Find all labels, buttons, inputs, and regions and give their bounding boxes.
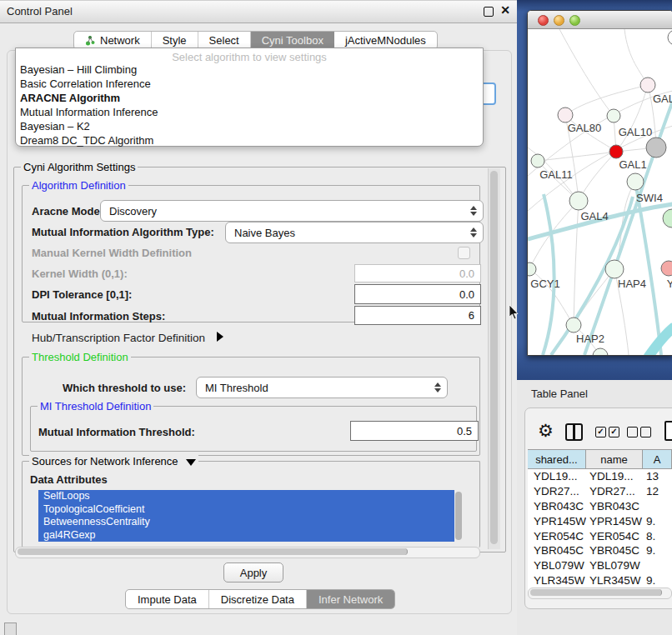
tab-label: Network (100, 34, 140, 47)
new-table-icon[interactable] (664, 421, 672, 441)
node-hap4[interactable] (605, 260, 624, 278)
close-traffic-light-icon[interactable] (538, 15, 549, 26)
tab-label: Select (209, 34, 239, 47)
tab-jactivemnodules[interactable]: jActiveMNodules (334, 32, 437, 49)
table-cell: 13 (643, 469, 672, 484)
zoom-traffic-light-icon[interactable] (569, 15, 580, 26)
select-all-checkbox-icon[interactable]: ✓ (609, 427, 619, 438)
deselect-all-checkbox-icon[interactable] (627, 427, 638, 438)
node-hap2[interactable] (566, 318, 581, 332)
tab-infer-network[interactable]: Infer Network (307, 590, 394, 608)
network-window[interactable]: GALGAL80GAL10GAL1GAL11SWI4GAL4GCY1HAP4YH… (527, 10, 672, 356)
node-label: SWI4 (636, 192, 663, 204)
tab-network[interactable]: Network (74, 32, 152, 49)
node-gal1[interactable] (609, 145, 623, 158)
table-row[interactable]: YLR345WYLR345W9. (528, 573, 672, 588)
column-header-shared[interactable]: shared... (528, 450, 586, 468)
manual-kernel-checkbox[interactable] (458, 247, 470, 259)
table-row[interactable]: YDR27...YDR27...12 (528, 484, 672, 499)
deselect-all-checkbox-icon[interactable] (640, 427, 651, 438)
table-cell (643, 499, 672, 514)
settings-hscrollbar[interactable] (15, 547, 480, 558)
aracne-mode-combo[interactable]: Discovery (100, 200, 484, 222)
network-graph[interactable]: GALGAL80GAL10GAL1GAL11SWI4GAL4GCY1HAP4YH… (528, 29, 672, 355)
table-cell: YDL19... (586, 469, 643, 484)
tab-select[interactable]: Select (198, 32, 251, 49)
aracne-mode-label: Aracne Mode: (32, 205, 103, 218)
node[interactable] (668, 30, 672, 45)
kernel-width-label: Kernel Width (0,1): (32, 268, 128, 280)
mi-steps-field[interactable]: 6 (354, 306, 481, 325)
table-cell (643, 558, 672, 573)
column-header-A[interactable]: A (643, 450, 672, 468)
table-row[interactable]: YBR043CYBR043C (528, 499, 672, 514)
algorithm-option[interactable]: Mutual Information Inference (20, 106, 158, 120)
mi-type-combo[interactable]: Naive Bayes (225, 222, 484, 243)
which-threshold-combo[interactable]: MI Threshold (196, 377, 448, 398)
table-row[interactable]: YDL19...YDL19...13 (528, 469, 672, 484)
node-gal10[interactable] (607, 109, 620, 122)
table-cell: YPR145W (528, 514, 586, 529)
table-cell: YLR345W (528, 573, 586, 588)
table-row[interactable]: YBL079WYBL079W (528, 558, 672, 573)
settings-scrollbar[interactable] (488, 168, 500, 549)
table-hscrollbar[interactable] (528, 588, 672, 599)
hub-definition-toggle[interactable]: Hub/Transcription Factor Definition (32, 332, 223, 344)
table-row[interactable]: YBR045CYBR045C9. (528, 543, 672, 558)
node-table: shared...nameAYDL19...YDL19...13YDR27...… (528, 449, 672, 592)
apply-button[interactable]: Apply (223, 562, 283, 582)
close-icon[interactable]: ✕ (500, 5, 510, 15)
data-attributes-label: Data Attributes (30, 473, 108, 486)
gear-icon[interactable]: ⚙ (538, 421, 554, 441)
node-gal[interactable] (640, 78, 655, 92)
collapse-arrow-icon (186, 459, 196, 466)
attributes-scrollbar[interactable] (455, 492, 462, 540)
algorithm-option[interactable]: Bayesian – K2 (20, 120, 90, 134)
tab-impute-data[interactable]: Impute Data (126, 590, 209, 608)
node-y[interactable] (661, 261, 672, 276)
node-label: GAL (653, 92, 672, 105)
sources-title[interactable]: Sources for Network Inference (29, 455, 198, 468)
dpi-tolerance-field[interactable]: 0.0 (354, 284, 481, 304)
algorithm-option[interactable]: Bayesian – Hill Climbing (20, 63, 137, 78)
tab-label: Cyni Toolbox (262, 34, 323, 47)
mi-steps-label: Mutual Information Steps: (32, 310, 165, 322)
mi-type-label: Mutual Information Algorithm Type: (32, 226, 214, 238)
network-window-titlebar[interactable] (528, 11, 672, 29)
attribute-item-selected[interactable]: SelfLoops (38, 490, 454, 503)
node-gal4[interactable] (569, 192, 588, 210)
column-header-name[interactable]: name (586, 450, 643, 468)
tab-style[interactable]: Style (152, 32, 198, 49)
threshold-definition-title: Threshold Definition (29, 351, 131, 363)
columns-icon[interactable] (565, 423, 583, 441)
table-cell: 12 (643, 484, 672, 499)
tab-label: Style (163, 34, 187, 47)
table-row[interactable]: YER054CYER054C8. (528, 529, 672, 544)
attribute-item-selected[interactable]: gal4RGexp (38, 529, 454, 542)
algorithm-option[interactable]: ARACNE Algorithm (20, 92, 120, 106)
table-row[interactable]: YPR145WYPR145W9. (528, 514, 672, 529)
minimize-traffic-light-icon[interactable] (554, 15, 564, 26)
node[interactable] (663, 209, 672, 228)
node[interactable] (593, 348, 608, 355)
mi-threshold-field[interactable]: 0.5 (350, 421, 479, 441)
float-window-icon[interactable] (484, 7, 494, 17)
algorithm-option[interactable]: Dream8 DC_TDC Algorithm (20, 134, 153, 148)
collapsed-panel-icon[interactable] (4, 622, 17, 635)
attribute-item-selected[interactable]: BetweennessCentrality (38, 516, 454, 529)
node-gcy1[interactable] (528, 262, 536, 276)
tab-cyni-toolbox[interactable]: Cyni Toolbox (251, 32, 334, 49)
node-gal11[interactable] (531, 154, 544, 168)
select-all-checkbox-icon[interactable]: ✓ (595, 427, 606, 438)
node-gal80[interactable] (558, 108, 573, 122)
node-swi4[interactable] (627, 173, 644, 190)
attribute-item-selected[interactable]: TopologicalCoefficient (38, 503, 454, 517)
kernel-width-field[interactable]: 0.0 (354, 264, 481, 282)
algorithm-option[interactable]: Basic Correlation Inference (20, 78, 151, 92)
node[interactable] (646, 138, 666, 158)
node-label: GAL4 (580, 210, 608, 222)
table-cell: YBL079W (528, 558, 586, 573)
tab-discretize-data[interactable]: Discretize Data (209, 590, 307, 608)
table-panel-title: Table Panel (531, 388, 588, 400)
table-cell: YPR145W (586, 514, 643, 529)
